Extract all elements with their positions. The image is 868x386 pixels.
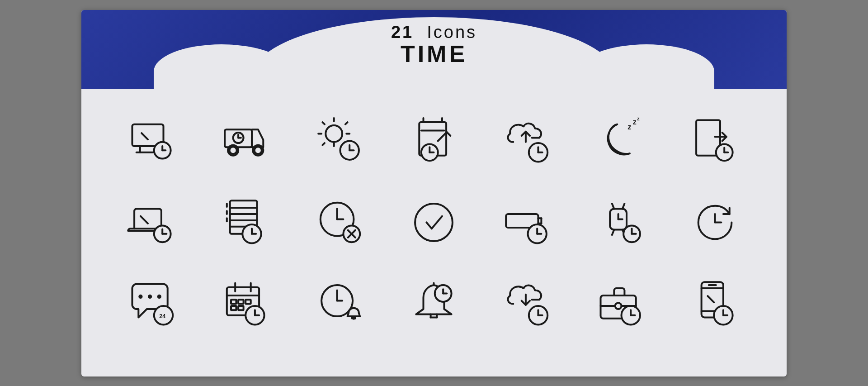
calendar-clock-icon [202,266,291,343]
clock-x-icon [296,184,385,261]
svg-point-16 [326,125,343,142]
notebook-clock-icon [202,184,291,261]
battery-clock-icon [483,184,572,261]
svg-point-69 [415,204,453,241]
monitor-clock-icon [108,103,198,180]
title-top: 21 Icons [391,23,477,42]
svg-point-91 [157,295,161,299]
svg-point-90 [148,295,152,299]
svg-rect-99 [238,300,244,304]
svg-text:z: z [633,118,637,126]
exit-clock-icon [670,103,760,180]
svg-rect-98 [231,300,236,304]
svg-rect-102 [238,306,244,310]
svg-rect-101 [231,306,236,310]
svg-point-89 [138,295,142,299]
cloud-download-clock-icon [483,266,572,343]
svg-line-4 [142,133,148,139]
clock-check-icon [389,184,478,261]
moon-sleep-icon: z z z [577,103,666,180]
svg-text:z: z [627,123,631,131]
svg-line-79 [623,204,625,209]
svg-line-21 [323,122,325,124]
svg-text:z: z [637,116,640,121]
laptop-clock-icon [108,184,198,261]
title-area: 21 Icons TIME [391,23,477,66]
bell-clock-icon [389,266,478,343]
title-bottom: TIME [391,42,477,66]
delivery-truck-clock-icon [202,103,291,180]
briefcase-clock-icon [577,266,666,343]
document-clock-icon [389,103,478,180]
svg-text:24: 24 [159,313,165,319]
svg-line-132 [708,296,714,302]
icons-grid: z z z [81,94,787,352]
svg-line-22 [345,122,348,124]
svg-rect-100 [245,300,251,304]
svg-point-124 [615,303,621,309]
main-frame: 21 Icons TIME [81,10,787,376]
clock-alarm-icon [296,266,385,343]
clock-refresh-icon [670,184,760,261]
cloud-upload-clock-icon [483,103,572,180]
phone-clock-icon [670,266,760,343]
svg-line-23 [323,143,325,145]
svg-line-80 [612,230,614,235]
sun-clock-icon [296,103,385,180]
smartwatch-clock-icon [577,184,666,261]
svg-line-78 [612,204,614,209]
chat-clock-24-icon: 24 [108,266,198,343]
svg-line-48 [141,216,148,224]
svg-line-33 [447,132,451,136]
